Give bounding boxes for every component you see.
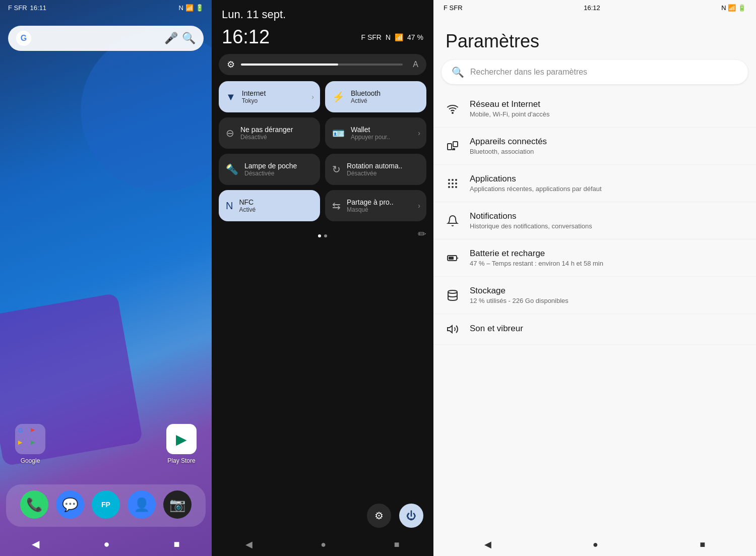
brightness-fill (241, 64, 338, 66)
reseau-sub: Mobile, Wi-Fi, point d'accès (470, 110, 550, 118)
recents-button-settings[interactable]: ■ (700, 539, 705, 550)
recents-button-home[interactable]: ■ (173, 538, 179, 550)
qs-power-button[interactable]: ⏻ (399, 504, 423, 528)
svg-point-4 (452, 179, 454, 181)
internet-chevron-icon: › (311, 93, 314, 101)
settings-panel: F SFR 16:12 N 📶 🔋 Paramètres 🔍 Recherche… (433, 0, 756, 556)
messages-dock-icon[interactable]: 💬 (56, 490, 84, 519)
svg-point-0 (452, 112, 453, 113)
nfc-tile-icon: N (226, 200, 233, 212)
flashlight-sub: Désactivée (244, 170, 297, 177)
play-store-label: Play Store (167, 457, 195, 464)
bluetooth-icon: ⚡ (332, 91, 345, 103)
settings-item-battery[interactable]: Batterie et recharge 47 % – Temps restan… (433, 239, 756, 277)
settings-item-notifications[interactable]: Notifications Historique des notificatio… (433, 202, 756, 239)
svg-point-9 (448, 186, 450, 188)
home-button-settings[interactable]: ● (593, 539, 598, 550)
wallet-title: Wallet (351, 126, 390, 134)
qs-tile-sharing[interactable]: ⇆ Partage à pro.. Masqué › (325, 190, 426, 221)
settings-item-apps[interactable]: Applications Applications récentes, appl… (433, 165, 756, 202)
app-grid: G ▶ ▶ ▶ Google ▶ Play Store (0, 424, 212, 469)
qs-edit-icon[interactable]: ✏ (418, 228, 426, 240)
svg-rect-13 (449, 257, 454, 260)
camera-dock-icon[interactable]: 📷 (163, 490, 192, 519)
apps-icon (446, 177, 460, 190)
home-button-home[interactable]: ● (103, 538, 109, 550)
qs-time: 16:12 (222, 26, 270, 48)
settings-gear-icon: ⚙ (374, 510, 384, 522)
apps-sub: Applications récentes, applications par … (470, 185, 602, 193)
settings-page-title: Paramètres (433, 16, 756, 60)
settings-wifi-icon: 📶 (728, 4, 736, 12)
storage-icon (446, 289, 460, 301)
play-store-icon: ▶ (166, 424, 197, 454)
dnd-title: Ne pas déranger (240, 126, 293, 134)
svg-point-7 (452, 182, 454, 184)
sharing-icon: ⇆ (332, 200, 341, 212)
wallet-sub: Appuyer pour.. (351, 134, 390, 141)
time-home: 16:11 (30, 4, 47, 12)
search-icon: 🔍 (452, 66, 464, 78)
phone-dock-icon[interactable]: 📞 (20, 490, 48, 519)
battery-icon-home: 🔋 (196, 4, 204, 12)
back-button-qs[interactable]: ◀ (245, 539, 253, 550)
svg-point-10 (452, 186, 454, 188)
voice-search-icon[interactable]: 🎤 (164, 32, 178, 45)
qs-carrier-info: F SFR N 📶 47 % (361, 33, 424, 41)
appareils-sub: Bluetooth, association (470, 148, 547, 155)
bluetooth-sub: Activé (351, 97, 381, 104)
qs-battery: 47 % (407, 33, 423, 41)
internet-title: Internet (242, 89, 266, 97)
settings-nfc-icon: N (721, 4, 726, 12)
svg-point-14 (448, 290, 457, 293)
status-right: N 📶 🔋 (179, 4, 204, 12)
recents-button-qs[interactable]: ■ (394, 539, 400, 550)
qs-dot-2 (324, 234, 327, 237)
home-screen: F SFR 16:11 N 📶 🔋 G 🎤 🔍 G ▶ ▶ ▶ Goog (0, 0, 212, 556)
qs-tile-dnd[interactable]: ⊖ Ne pas déranger Désactivé (219, 117, 320, 149)
qs-tile-rotation[interactable]: ↻ Rotation automa.. Désactivée (325, 154, 426, 185)
qs-bottom-actions: ⚙ ⏻ (212, 504, 433, 528)
home-status-bar: F SFR 16:11 N 📶 🔋 (0, 0, 212, 16)
qs-nav-bar: ◀ ● ■ (212, 532, 433, 556)
reseau-title: Réseau et Internet (470, 99, 550, 109)
settings-item-sound[interactable]: Son et vibreur (433, 314, 756, 345)
play-store-app-icon[interactable]: ▶ Play Store (166, 424, 197, 464)
signal-icon-home: 📶 (185, 4, 194, 12)
bluetooth-title: Bluetooth (351, 89, 381, 97)
qs-status-row: 16:12 F SFR N 📶 47 % (212, 24, 433, 54)
contacts-dock-icon[interactable]: 👤 (128, 490, 156, 519)
dnd-icon: ⊖ (226, 127, 234, 139)
nfc-sub: Activé (239, 206, 256, 213)
lens-icon[interactable]: 🔍 (182, 32, 196, 45)
qs-settings-button[interactable]: ⚙ (367, 504, 391, 528)
qs-tile-wallet[interactable]: 🪪 Wallet Appuyer pour.. › (325, 117, 426, 149)
settings-item-appareils[interactable]: Appareils connectés Bluetooth, associati… (433, 128, 756, 165)
dnd-sub: Désactivé (240, 134, 293, 141)
home-icons-area: G ▶ ▶ ▶ Google ▶ Play Store 📞 💬 (0, 51, 212, 556)
wallet-chevron-icon: › (418, 129, 420, 137)
qs-tile-nfc[interactable]: N NFC Activé (219, 190, 320, 221)
battery-sub: 47 % – Temps restant : environ 14 h et 5… (470, 260, 603, 267)
brightness-slider[interactable] (241, 64, 403, 66)
brightness-auto-icon[interactable]: A (413, 60, 418, 69)
settings-carrier: F SFR (444, 4, 463, 12)
qs-tile-internet[interactable]: ▼ Internet Tokyo › (219, 81, 320, 112)
storage-sub: 12 % utilisés - 226 Go disponibles (470, 297, 569, 304)
back-button-settings[interactable]: ◀ (484, 539, 491, 550)
qs-tile-flashlight[interactable]: 🔦 Lampe de poche Désactivée (219, 154, 320, 185)
settings-item-reseau[interactable]: Réseau et Internet Mobile, Wi-Fi, point … (433, 90, 756, 128)
settings-search-bar[interactable]: 🔍 Rechercher dans les paramètres (442, 60, 748, 84)
google-app-icon[interactable]: G ▶ ▶ ▶ Google (15, 424, 45, 464)
battery-title: Batterie et recharge (470, 249, 603, 259)
home-search-bar[interactable]: G 🎤 🔍 (8, 26, 204, 51)
home-button-qs[interactable]: ● (321, 539, 326, 550)
fairphone-dock-icon[interactable]: FP (92, 490, 120, 519)
settings-item-storage[interactable]: Stockage 12 % utilisés - 226 Go disponib… (433, 277, 756, 314)
qs-page-dots (318, 234, 327, 237)
qs-brightness-row[interactable]: ⚙ A (219, 54, 426, 75)
brightness-icon: ⚙ (227, 59, 235, 70)
internet-sub: Tokyo (242, 97, 266, 104)
qs-tile-bluetooth[interactable]: ⚡ Bluetooth Activé (325, 81, 426, 112)
back-button-home[interactable]: ◀ (32, 538, 39, 550)
